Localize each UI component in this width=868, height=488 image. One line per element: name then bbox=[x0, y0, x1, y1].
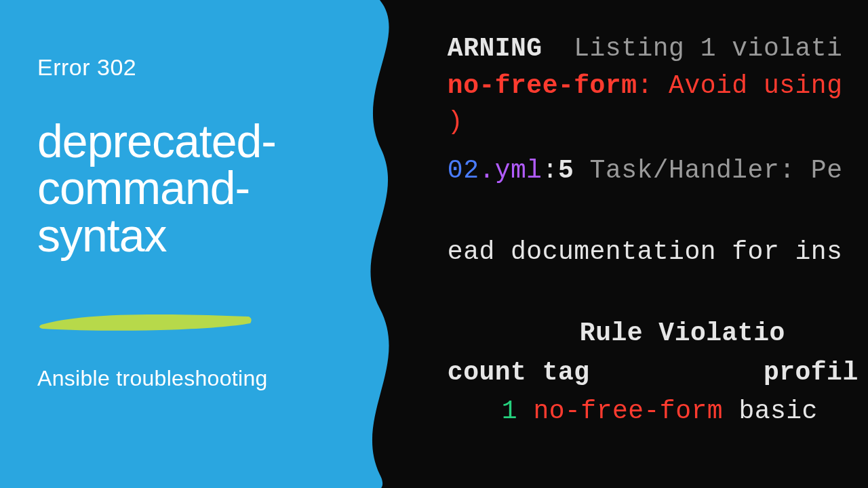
info-panel: Error 302 deprecated- command- syntax An… bbox=[0, 0, 414, 488]
thumbnail-stage: ARNING Listing 1 violati no-free-form: A… bbox=[0, 0, 868, 488]
headline-line1: deprecated- bbox=[37, 115, 276, 167]
term-doc-hint: ead documentation for ins bbox=[448, 237, 843, 266]
term-colon: : bbox=[542, 156, 558, 185]
headline: deprecated- command- syntax bbox=[37, 118, 373, 259]
term-count: 1 bbox=[502, 396, 534, 426]
term-file-ext: .yml bbox=[479, 156, 542, 185]
term-rule-name: no-free-form bbox=[448, 71, 637, 100]
term-line-no: 5 bbox=[558, 156, 574, 185]
info-panel-inner: Error 302 deprecated- command- syntax An… bbox=[37, 54, 373, 391]
term-rule-msg: : Avoid using bbox=[637, 71, 858, 100]
headline-line3: syntax bbox=[37, 209, 167, 261]
terminal-output: ARNING Listing 1 violati no-free-form: A… bbox=[353, 0, 868, 488]
term-task-handler: Task/Handler: Pe bbox=[574, 156, 842, 185]
term-tag: no-free-form bbox=[533, 396, 738, 426]
term-profile: basic bbox=[738, 396, 833, 426]
subheadline: Ansible troubleshooting bbox=[37, 366, 373, 391]
error-code-label: Error 302 bbox=[37, 54, 373, 81]
headline-line2: command- bbox=[37, 162, 250, 214]
term-file-num: 02 bbox=[448, 156, 479, 185]
underline-swoosh-icon bbox=[37, 310, 254, 333]
